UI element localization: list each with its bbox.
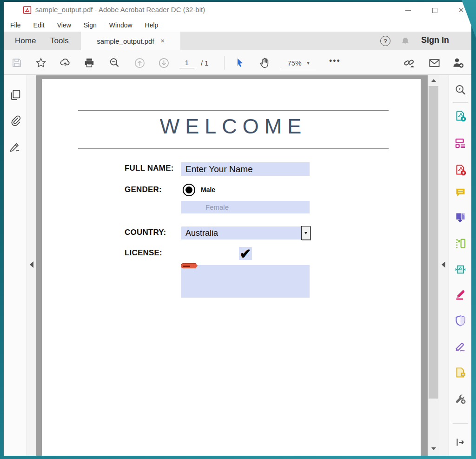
export-pdf-tool[interactable] bbox=[454, 110, 467, 122]
pointer-icon bbox=[234, 57, 245, 68]
scroll-down-icon bbox=[431, 447, 436, 450]
left-panel-strip bbox=[27, 75, 36, 456]
tab-tools[interactable]: Tools bbox=[46, 32, 73, 50]
maximize-button[interactable] bbox=[425, 4, 444, 17]
tab-home[interactable]: Home bbox=[11, 32, 40, 50]
request-signatures-icon bbox=[454, 366, 467, 379]
collapse-left-panel-arrow[interactable] bbox=[30, 261, 33, 268]
organize-pages-icon bbox=[454, 237, 467, 250]
request-signatures-tool[interactable] bbox=[454, 366, 467, 379]
tab-document[interactable]: sample_output.pdf × bbox=[81, 32, 180, 50]
select-tool-button[interactable] bbox=[233, 56, 246, 69]
attachments-button[interactable] bbox=[9, 114, 22, 127]
hand-icon bbox=[259, 57, 271, 69]
print-button[interactable] bbox=[83, 56, 96, 69]
menu-edit[interactable]: Edit bbox=[33, 21, 45, 29]
zoom-level-dropdown[interactable]: 75% ▾ bbox=[281, 56, 316, 70]
pdf-form-title: WELCOME bbox=[78, 114, 389, 139]
hand-tool-button[interactable] bbox=[258, 56, 271, 69]
gender-female-field[interactable]: Female bbox=[181, 201, 310, 213]
toolbar-divider bbox=[224, 56, 225, 70]
redact-tool[interactable] bbox=[454, 288, 467, 301]
favorite-star-button[interactable] bbox=[34, 56, 47, 69]
license-checkbox[interactable]: ✔ bbox=[239, 247, 252, 260]
title-rule-top bbox=[78, 110, 389, 111]
left-sidebar bbox=[4, 75, 27, 456]
document-area: WELCOME FULL NAME: Enter Your Name GENDE… bbox=[4, 75, 471, 456]
scrollbar-thumb[interactable] bbox=[429, 86, 438, 399]
signature-field[interactable] bbox=[181, 265, 310, 298]
pages-icon bbox=[9, 88, 22, 101]
create-pdf-layout-tool[interactable] bbox=[454, 137, 467, 149]
menu-view[interactable]: View bbox=[57, 21, 71, 29]
share-upload-button[interactable] bbox=[59, 56, 72, 69]
share-link-button[interactable] bbox=[403, 56, 416, 69]
menu-sign[interactable]: Sign bbox=[84, 21, 97, 29]
tools-separator-bottom bbox=[453, 423, 468, 424]
full-name-input[interactable]: Enter Your Name bbox=[181, 162, 310, 176]
minimize-icon bbox=[405, 10, 411, 11]
comment-tool[interactable] bbox=[454, 186, 467, 199]
page-down-icon bbox=[158, 57, 170, 69]
wrench-plus-icon bbox=[454, 392, 467, 405]
country-dropdown-button[interactable] bbox=[301, 226, 311, 240]
protect-pdf-tool[interactable] bbox=[454, 314, 467, 327]
signatures-button[interactable] bbox=[9, 140, 22, 153]
checkmark-icon: ✔ bbox=[239, 246, 251, 262]
more-tools-button[interactable]: ••• bbox=[329, 56, 341, 66]
gender-male-option-label: Male bbox=[201, 186, 215, 193]
fill-and-sign-tool[interactable] bbox=[454, 340, 467, 353]
signature-pen-icon bbox=[9, 140, 22, 153]
help-button[interactable]: ? bbox=[380, 36, 390, 46]
save-icon bbox=[11, 57, 22, 68]
menu-file[interactable]: File bbox=[10, 21, 21, 29]
combine-files-tool[interactable] bbox=[454, 211, 467, 224]
add-user-button[interactable] bbox=[452, 56, 465, 69]
collapse-tools-panel-button[interactable] bbox=[454, 436, 467, 449]
combo-arrow-icon bbox=[304, 232, 307, 234]
menu-help[interactable]: Help bbox=[145, 21, 159, 29]
sign-in-button[interactable]: Sign In bbox=[421, 35, 449, 45]
vertical-scrollbar[interactable] bbox=[428, 75, 439, 456]
menu-window[interactable]: Window bbox=[109, 21, 132, 29]
expand-tools-panel-arrow[interactable] bbox=[442, 261, 445, 268]
gender-male-radio[interactable] bbox=[183, 184, 195, 196]
pink-marker-icon bbox=[454, 288, 467, 301]
notifications-button[interactable] bbox=[400, 36, 411, 47]
compress-pdf-icon bbox=[454, 263, 467, 276]
search-zoom-button[interactable] bbox=[108, 56, 121, 69]
tab-document-label: sample_output.pdf bbox=[97, 37, 154, 45]
previous-page-button[interactable] bbox=[133, 56, 146, 69]
more-tools-panel-button[interactable] bbox=[454, 392, 467, 405]
country-dropdown[interactable]: Australia bbox=[181, 226, 302, 239]
bell-icon bbox=[400, 36, 411, 47]
menu-bar: File Edit View Sign Window Help bbox=[4, 19, 471, 32]
window-title: sample_output.pdf - Adobe Acrobat Reader… bbox=[35, 6, 205, 13]
title-bar: sample_output.pdf - Adobe Acrobat Reader… bbox=[4, 2, 471, 19]
compress-pdf-tool[interactable] bbox=[454, 263, 467, 276]
organize-pages-tool[interactable] bbox=[454, 237, 467, 250]
create-pdf-tool[interactable] bbox=[454, 164, 467, 176]
save-button[interactable] bbox=[10, 56, 23, 69]
tab-close-icon[interactable]: × bbox=[161, 37, 165, 45]
page-thumbnails-button[interactable] bbox=[9, 88, 22, 101]
comment-bubble-icon bbox=[454, 186, 467, 199]
full-name-label: FULL NAME: bbox=[125, 164, 174, 173]
minimize-button[interactable] bbox=[399, 4, 417, 17]
email-button[interactable] bbox=[428, 56, 441, 69]
star-icon bbox=[35, 57, 47, 69]
paperclip-icon bbox=[9, 114, 22, 127]
search-tools-button[interactable] bbox=[454, 84, 467, 96]
shield-icon bbox=[454, 314, 467, 327]
page-number-input[interactable] bbox=[179, 57, 194, 68]
gender-female-option-label: Female bbox=[205, 203, 229, 211]
export-pdf-icon bbox=[454, 110, 467, 122]
title-rule-bottom bbox=[78, 148, 389, 149]
pdf-page: WELCOME FULL NAME: Enter Your Name GENDE… bbox=[42, 79, 421, 456]
maximize-icon bbox=[432, 8, 437, 13]
next-page-button[interactable] bbox=[157, 56, 170, 69]
country-label: COUNTRY: bbox=[125, 228, 166, 237]
toolbar: / 1 75% ▾ ••• bbox=[4, 50, 471, 75]
scroll-up-button[interactable] bbox=[428, 75, 439, 86]
scroll-down-button[interactable] bbox=[428, 444, 439, 454]
